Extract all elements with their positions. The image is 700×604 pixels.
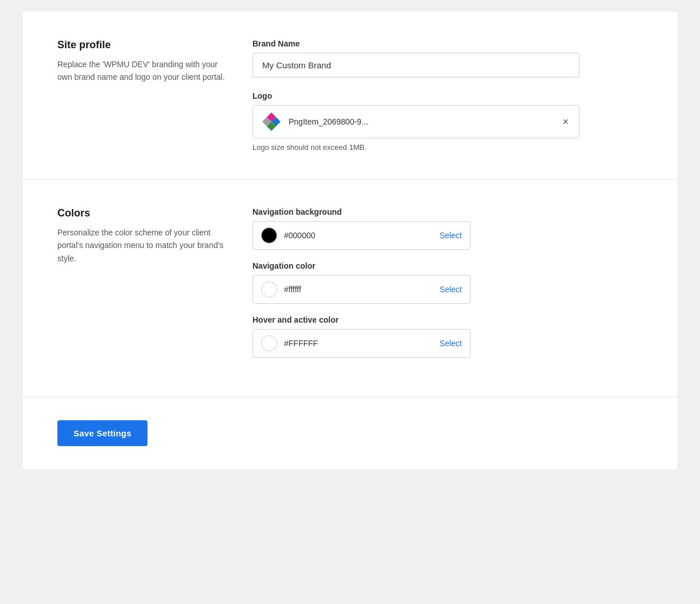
nav-background-swatch	[261, 227, 277, 243]
hover-active-color-swatch	[261, 335, 277, 351]
colors-fields: Navigation background #000000 Select Nav…	[252, 207, 643, 369]
site-profile-section: Site profile Replace the 'WPMU DEV' bran…	[23, 11, 677, 180]
logo-remove-button[interactable]: ×	[560, 117, 571, 127]
logo-upload-box: PngItem_2069800-9... ×	[252, 105, 580, 138]
logo-hint: Logo size should not exceed 1MB.	[252, 143, 643, 152]
site-profile-title: Site profile	[57, 39, 230, 51]
save-settings-button[interactable]: Save Settings	[57, 420, 147, 446]
colors-section: Colors Personalize the color scheme of y…	[23, 180, 677, 397]
nav-color-select-button[interactable]: Select	[440, 285, 462, 294]
site-profile-fields: Brand Name Logo	[252, 39, 643, 152]
save-section: Save Settings	[23, 397, 677, 469]
colors-description: Colors Personalize the color scheme of y…	[57, 207, 252, 369]
colors-title: Colors	[57, 207, 230, 219]
logo-label: Logo	[252, 91, 643, 100]
nav-background-picker: #000000 Select	[252, 221, 470, 250]
colors-text: Personalize the color scheme of your cli…	[57, 226, 230, 265]
brand-name-input[interactable]	[252, 53, 580, 78]
site-profile-description: Site profile Replace the 'WPMU DEV' bran…	[57, 39, 252, 152]
nav-background-field: Navigation background #000000 Select	[252, 207, 643, 250]
hover-active-color-field: Hover and active color #FFFFFF Select	[252, 315, 643, 358]
hover-active-color-label: Hover and active color	[252, 315, 643, 324]
hover-active-color-select-button[interactable]: Select	[440, 339, 462, 348]
nav-color-hex: #ffffff	[284, 285, 440, 294]
settings-card: Site profile Replace the 'WPMU DEV' bran…	[23, 11, 677, 469]
nav-color-field: Navigation color #ffffff Select	[252, 261, 643, 304]
nav-background-hex: #000000	[284, 231, 440, 240]
nav-color-picker: #ffffff Select	[252, 275, 470, 304]
brand-name-label: Brand Name	[252, 39, 643, 48]
nav-background-select-button[interactable]: Select	[440, 231, 462, 240]
nav-color-label: Navigation color	[252, 261, 643, 270]
hover-active-color-picker: #FFFFFF Select	[252, 329, 470, 358]
site-profile-text: Replace the 'WPMU DEV' branding with you…	[57, 58, 230, 84]
nav-color-swatch	[261, 281, 277, 297]
logo-filename: PngItem_2069800-9...	[289, 117, 560, 126]
hover-active-color-hex: #FFFFFF	[284, 339, 440, 348]
nav-background-label: Navigation background	[252, 207, 643, 216]
logo-icon	[261, 111, 282, 132]
